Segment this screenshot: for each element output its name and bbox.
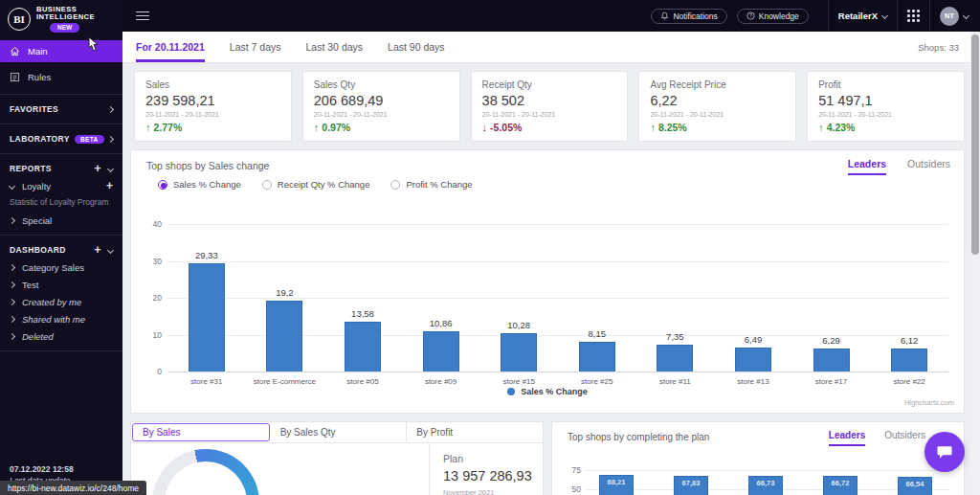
home-icon <box>10 46 20 56</box>
kpi-value: 206 689,49 <box>314 93 449 108</box>
knowledge-button[interactable]: ? Knowledge <box>737 9 809 24</box>
sidebar-item-special[interactable]: Special <box>0 212 122 229</box>
tab-by-sales-qty[interactable]: By Sales Qty <box>271 422 408 442</box>
dashboard-label: DASHBOARD <box>10 245 66 255</box>
chat-button[interactable] <box>924 432 965 472</box>
kpi-delta: ↑0.97% <box>314 122 449 133</box>
chevron-right-icon <box>9 263 15 270</box>
x-axis-category: store #09 <box>402 377 480 386</box>
sidebar-item-loyalty[interactable]: Loyalty + <box>0 177 122 194</box>
bar-group: 29,33 <box>167 224 246 371</box>
notifications-label: Notifications <box>673 11 717 21</box>
special-label: Special <box>22 215 52 226</box>
plan-value: 13 957 286,93 <box>443 468 532 484</box>
bar[interactable] <box>891 349 927 371</box>
tab-last-90-days[interactable]: Last 90 days <box>388 33 445 62</box>
chart-legend[interactable]: Sales % Change <box>131 387 964 396</box>
kpi-card[interactable]: Sales239 598,2120-11-2021 - 20-11-2021↑2… <box>134 71 292 142</box>
bar-value-label: 6,29 <box>822 335 840 346</box>
x-axis-category: store #22 <box>870 377 948 386</box>
add-dashboard-icon[interactable]: + <box>95 244 101 256</box>
test-label: Test <box>22 280 38 290</box>
tab-last-7-days[interactable]: Last 7 days <box>230 33 281 62</box>
sidebar-section-dashboard[interactable]: DASHBOARD + <box>0 241 122 259</box>
topbar-separator <box>828 0 829 32</box>
bar[interactable] <box>345 322 381 371</box>
chevron-down-icon <box>107 165 114 171</box>
radio-sales-change[interactable]: Sales % Change <box>158 179 241 190</box>
account-dropdown[interactable]: RetailerX <box>838 11 887 21</box>
bar[interactable]: 66,73 <box>748 476 783 495</box>
kpi-period: 20-11-2021 - 20-11-2021 <box>650 111 785 118</box>
kpi-delta: ↓-5.05% <box>482 122 617 133</box>
bar-value-label: 68,21 <box>600 478 633 486</box>
sidebar-item-test[interactable]: Test <box>0 276 122 293</box>
topbar: Notifications ? Knowledge RetailerX NT <box>122 0 980 32</box>
bar[interactable] <box>501 333 537 371</box>
add-report-icon[interactable]: + <box>95 163 101 174</box>
bar[interactable] <box>579 342 615 371</box>
sidebar-section-laboratory[interactable]: LABORATORY BETA <box>0 130 122 147</box>
kpi-delta: ↑8.25% <box>650 122 785 133</box>
avatar: NT <box>940 7 959 26</box>
scrollbar-track[interactable] <box>970 32 980 495</box>
apps-grid-icon[interactable] <box>907 10 920 22</box>
kpi-card[interactable]: Avg Receipt Price6,2220-11-2021 - 20-11-… <box>638 71 796 142</box>
plan-label: Plan <box>443 453 532 464</box>
bar[interactable]: 66,54 <box>898 477 932 495</box>
sidebar-item-category-sales[interactable]: Category Sales <box>0 259 122 276</box>
sidebar-item-shared-with-me[interactable]: Shared with me <box>0 310 122 327</box>
bar-group: 8,15 <box>558 224 636 371</box>
bar-value-label: 10,28 <box>507 320 530 330</box>
notifications-button[interactable]: Notifications <box>651 9 726 24</box>
chevron-down-icon <box>9 182 15 189</box>
bar[interactable] <box>189 263 225 371</box>
user-menu[interactable]: NT <box>940 7 969 26</box>
sidebar-item-deleted[interactable]: Deleted <box>0 327 122 345</box>
brand-text: BUSINESS INTELLIGENCE NEW <box>36 6 95 33</box>
sidebar-item-main[interactable]: Main <box>0 40 122 62</box>
tab-outsiders[interactable]: Outsiders <box>907 158 950 175</box>
kpi-card[interactable]: Receipt Qty38 50220-11-2021 - 20-11-2021… <box>471 71 629 142</box>
sidebar-item-rules[interactable]: Rules <box>0 66 122 88</box>
status-bar-url: https://bi-new.datawiz.io/c/248/home <box>0 481 146 495</box>
bar-value-label: 6,49 <box>745 334 763 345</box>
sidebar-item-loyalty-statistic[interactable]: Statistic of Loyalty Program <box>0 194 122 212</box>
add-loyalty-icon[interactable]: + <box>106 180 113 191</box>
bar-value-label: 7,35 <box>666 331 684 342</box>
loyalty-label: Loyalty <box>22 181 51 191</box>
chat-bubble-icon <box>935 442 954 461</box>
tab-by-sales[interactable]: By Sales <box>132 423 270 441</box>
tab-for-date[interactable]: For 20.11.2021 <box>136 33 205 62</box>
bar[interactable] <box>813 349 850 371</box>
chevron-right-icon <box>107 135 114 142</box>
sidebar-item-created-by-me[interactable]: Created by me <box>0 293 122 310</box>
radio-receipt-qty-change[interactable]: Receipt Qty % Change <box>262 179 370 190</box>
highcharts-credit[interactable]: Highcharts.com <box>904 398 954 407</box>
brand-line2: INTELLIGENCE <box>36 13 95 21</box>
scrollbar-thumb[interactable] <box>971 34 979 255</box>
bar-value-label: 66,73 <box>749 479 782 487</box>
bar[interactable] <box>266 301 302 371</box>
bar-group: 10,86 <box>402 224 480 371</box>
kpi-card[interactable]: Sales Qty206 689,4920-11-2021 - 20-11-20… <box>302 71 460 142</box>
bar[interactable]: 66,72 <box>823 476 858 495</box>
radio-profit-change[interactable]: Profit % Change <box>390 179 472 190</box>
sidebar-section-reports[interactable]: REPORTS + <box>0 160 122 177</box>
bar[interactable]: 68,21 <box>599 475 634 495</box>
knowledge-label: Knowledge <box>759 11 799 21</box>
bar[interactable] <box>657 345 693 371</box>
bar[interactable] <box>735 348 771 371</box>
tab-by-profit[interactable]: By Profit <box>407 422 543 442</box>
bar[interactable] <box>423 331 459 371</box>
menu-toggle-icon[interactable] <box>136 9 149 23</box>
bar[interactable]: 67,83 <box>674 476 708 495</box>
chevron-down-icon <box>881 12 888 19</box>
plan-tabs: By Sales By Sales Qty By Profit <box>131 422 543 443</box>
brand-logo[interactable]: BI BUSINESS INTELLIGENCE NEW <box>0 0 122 36</box>
sidebar-section-favorites[interactable]: FAVORITES <box>0 101 122 118</box>
kpi-card[interactable]: Profit51 497,120-11-2021 - 20-11-2021↑4.… <box>807 71 965 142</box>
kpi-value: 38 502 <box>482 93 617 108</box>
tab-leaders[interactable]: Leaders <box>848 158 886 175</box>
tab-last-30-days[interactable]: Last 30 days <box>306 33 364 62</box>
